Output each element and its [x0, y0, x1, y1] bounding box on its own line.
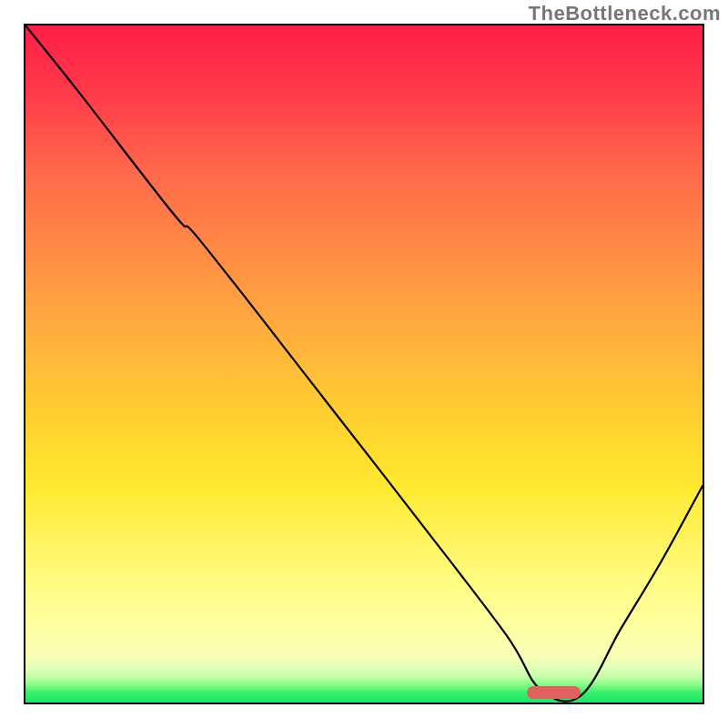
chart-line-svg — [25, 25, 703, 703]
chart-optimal-marker — [527, 686, 581, 699]
attribution-text: TheBottleneck.com — [529, 2, 721, 25]
chart-series-line — [25, 25, 703, 702]
chart-plot-area — [24, 24, 704, 704]
